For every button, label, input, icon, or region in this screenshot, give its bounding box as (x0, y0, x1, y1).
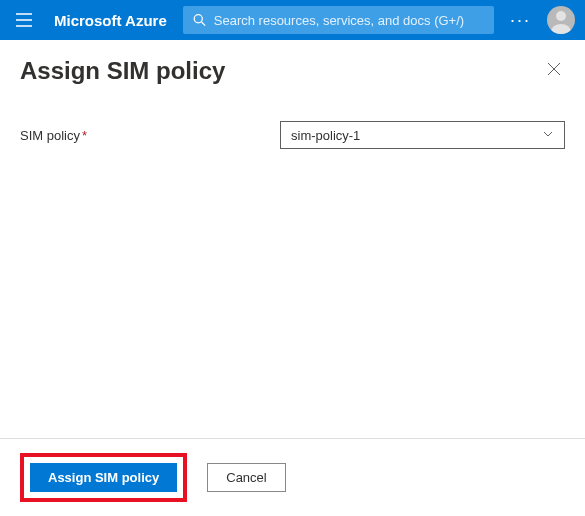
search-input[interactable] (214, 13, 484, 28)
brand-title[interactable]: Microsoft Azure (48, 12, 173, 29)
global-search[interactable] (183, 6, 494, 34)
more-menu-icon[interactable]: ··· (504, 10, 537, 31)
close-icon[interactable] (543, 56, 565, 85)
highlight-annotation: Assign SIM policy (20, 453, 187, 502)
search-icon (193, 13, 206, 27)
required-asterisk: * (82, 128, 87, 143)
sim-policy-select[interactable]: sim-policy-1 (280, 121, 565, 149)
blade-footer: Assign SIM policy Cancel (0, 438, 585, 516)
blade-title: Assign SIM policy (20, 57, 225, 85)
chevron-down-icon (542, 128, 554, 143)
svg-line-1 (201, 22, 205, 26)
cancel-button[interactable]: Cancel (207, 463, 285, 492)
user-avatar[interactable] (547, 6, 575, 34)
hamburger-menu-icon[interactable] (10, 6, 38, 34)
sim-policy-selected-value: sim-policy-1 (291, 128, 360, 143)
sim-policy-label: SIM policy* (20, 128, 260, 143)
top-navigation-bar: Microsoft Azure ··· (0, 0, 585, 40)
blade-header: Assign SIM policy (0, 40, 585, 91)
assign-sim-policy-button[interactable]: Assign SIM policy (30, 463, 177, 492)
form-body: SIM policy* sim-policy-1 (0, 91, 585, 179)
svg-point-0 (194, 15, 202, 23)
sim-policy-label-text: SIM policy (20, 128, 80, 143)
